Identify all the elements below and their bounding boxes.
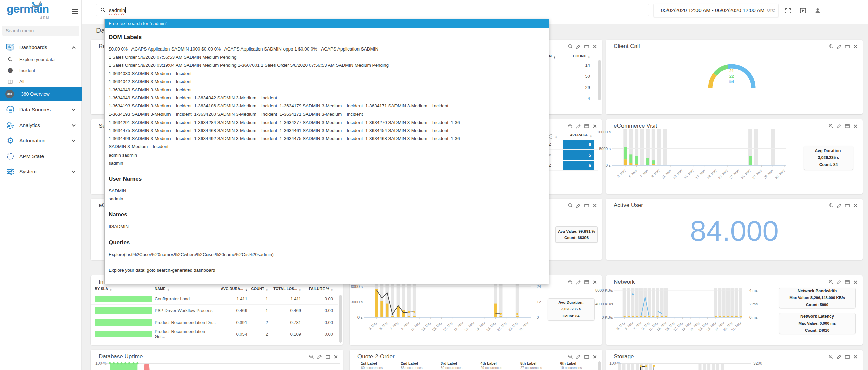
column-header[interactable]: BY SLA▲▼ xyxy=(91,286,155,291)
widget-edit-icon[interactable] xyxy=(317,354,322,359)
sidebar-item-system[interactable]: System xyxy=(0,165,82,178)
funnel-step[interactable]: 5th Label27 occurencesLabel xyxy=(520,361,558,370)
fullscreen-icon[interactable] xyxy=(784,7,791,14)
widget-close-icon[interactable] xyxy=(853,123,858,129)
widget-edit-icon[interactable] xyxy=(837,44,842,49)
dropdown-item[interactable]: IISADMIN xyxy=(104,223,549,231)
sidebar-item-360-overview[interactable]: 360 360 Overview xyxy=(0,87,82,101)
column-header[interactable]: AVG DURA...▲▼ xyxy=(216,286,247,291)
sidebar-item-apm-state[interactable]: APM State xyxy=(0,149,82,163)
dropdown-item[interactable]: sadmin xyxy=(104,195,549,203)
scrollbar[interactable] xyxy=(598,60,601,100)
widget-close-icon[interactable] xyxy=(853,203,858,208)
scrollbar[interactable] xyxy=(339,295,342,343)
widget-maximize-icon[interactable] xyxy=(845,123,850,129)
table-row[interactable]: PSP Driver Workflow Process0.46910.4690.… xyxy=(91,305,338,316)
widget-edit-icon[interactable] xyxy=(837,203,842,208)
table-row[interactable]: Product Recommendation Get...0.05420.109… xyxy=(91,328,338,340)
column-header[interactable]: TOTAL LOS...▲▼ xyxy=(268,286,301,291)
dropdown-item[interactable]: 1 Sales Order 5/6/2020 07:56:53 AM SADMI… xyxy=(104,53,549,61)
dropdown-item[interactable]: 1-3634499 SADMIN 3-Medium Incident 1-363… xyxy=(104,135,549,143)
dropdown-item[interactable]: admin sadmin xyxy=(104,151,549,159)
widget-zoom-icon[interactable] xyxy=(829,203,834,208)
widget-maximize-icon[interactable] xyxy=(845,203,850,208)
sidebar-item-dashboards[interactable]: Dashboards xyxy=(0,41,82,54)
search-input[interactable]: sadmin xyxy=(96,4,649,17)
widget-close-icon[interactable] xyxy=(592,44,597,49)
widget-zoom-icon[interactable] xyxy=(568,203,573,208)
dropdown-item[interactable]: sadmin xyxy=(104,159,549,167)
funnel-step[interactable]: 3rd Label30 occurencesWorld xyxy=(440,361,478,370)
widget-edit-icon[interactable] xyxy=(837,123,842,129)
dropdown-item[interactable]: 1-3634193 SADMIN 3-Medium Incident 1-363… xyxy=(104,110,549,118)
menu-search-input[interactable] xyxy=(2,26,80,36)
dropdown-item[interactable]: 1 Sales Order 5/8/2020 03:19:04 AM SADMI… xyxy=(104,61,549,69)
presentation-play-icon[interactable] xyxy=(800,7,806,14)
funnel-step[interactable]: 1st Label60 occurencesGotoView xyxy=(361,361,399,370)
dropdown-item[interactable]: 1-3634030 SADMIN 3-Medium Incident xyxy=(104,70,549,78)
funnel-step[interactable]: 2nd Label86 occurencesGotoView xyxy=(401,361,438,370)
date-range-picker[interactable]: 05/02/2020 12:00 AM - 06/02/2020 12:00 A… xyxy=(653,4,779,17)
free-text-search-option[interactable]: Free-text search for "sadmin". xyxy=(104,19,549,28)
sidebar-item-analytics[interactable]: Analytics xyxy=(0,118,82,132)
dropdown-item[interactable]: SADMIN 3-Medium Incident xyxy=(104,143,549,151)
widget-edit-icon[interactable] xyxy=(837,280,842,285)
dropdown-item[interactable]: Explore(List%2Cuser%20names%2Cwhere%2Cus… xyxy=(104,251,549,259)
widget-edit-icon[interactable] xyxy=(576,123,581,129)
widget-zoom-icon[interactable] xyxy=(568,280,573,285)
dropdown-item[interactable]: 1-3634049 SADMIN 3-Medium Incident 1-363… xyxy=(104,94,549,102)
funnel-step[interactable]: 6th Label19 occurencesLabel xyxy=(560,361,598,370)
widget-maximize-icon[interactable] xyxy=(584,354,589,359)
widget-zoom-icon[interactable] xyxy=(829,354,834,359)
widget-maximize-icon[interactable] xyxy=(584,123,589,129)
widget-maximize-icon[interactable] xyxy=(845,44,850,49)
dropdown-item[interactable]: $0.00 0% ACAPS Application SADMIN 1000 $… xyxy=(104,45,549,53)
scrollbar[interactable] xyxy=(598,361,601,370)
widget-maximize-icon[interactable] xyxy=(584,44,589,49)
widget-close-icon[interactable] xyxy=(853,280,858,285)
dropdown-item[interactable]: 1-3634193 SADMIN 3-Medium Incident 1-363… xyxy=(104,102,549,110)
widget-maximize-icon[interactable] xyxy=(325,354,330,359)
sidebar-item-explore-your-data[interactable]: Explore your data xyxy=(0,54,82,65)
widget-zoom-icon[interactable] xyxy=(568,44,573,49)
dropdown-item[interactable]: SADMIN xyxy=(104,187,549,195)
widget-zoom-icon[interactable] xyxy=(309,354,314,359)
widget-close-icon[interactable] xyxy=(592,203,597,208)
column-header[interactable]: FAILURE %▲▼ xyxy=(301,286,333,291)
hamburger-menu-icon[interactable] xyxy=(72,9,79,16)
widget-close-icon[interactable] xyxy=(333,354,338,359)
sidebar-item-incident[interactable]: ! Incident xyxy=(0,65,82,76)
dropdown-item[interactable]: 1-3634049 SADMIN 3-Medium Incident xyxy=(104,86,549,94)
widget-maximize-icon[interactable] xyxy=(584,203,589,208)
widget-close-icon[interactable] xyxy=(853,44,858,49)
dropdown-footer-link[interactable]: Explore your data: goto search-generated… xyxy=(104,265,549,276)
table-row[interactable]: Configurator Load1.41111.4110.00 xyxy=(91,293,338,305)
funnel-step[interactable]: 4th Label29 occurencesHello xyxy=(480,361,518,370)
widget-edit-icon[interactable] xyxy=(576,44,581,49)
widget-maximize-icon[interactable] xyxy=(584,280,589,285)
sidebar-item-all[interactable]: All xyxy=(0,76,82,87)
widget-zoom-icon[interactable] xyxy=(829,280,834,285)
dropdown-item[interactable]: 1-3634291 SADMIN 3-Medium Incident 1-363… xyxy=(104,118,549,126)
widget-zoom-icon[interactable] xyxy=(568,354,573,359)
dropdown-item[interactable]: 1-3634475 SADMIN 3-Medium Incident 1-363… xyxy=(104,126,549,135)
column-header[interactable]: COUNT▲▼ xyxy=(247,286,268,291)
dropdown-item[interactable]: 1-3634042 SADMIN 3-Medium Incident xyxy=(104,78,549,86)
widget-close-icon[interactable] xyxy=(592,123,597,129)
column-header[interactable]: NAME▲▼ xyxy=(155,286,216,291)
widget-zoom-icon[interactable] xyxy=(829,44,834,49)
widget-maximize-icon[interactable] xyxy=(845,280,850,285)
widget-close-icon[interactable] xyxy=(592,354,597,359)
widget-close-icon[interactable] xyxy=(853,354,858,359)
sidebar-item-automation[interactable]: ⚙ Automation xyxy=(0,134,82,147)
widget-maximize-icon[interactable] xyxy=(845,354,850,359)
sidebar-item-data-sources[interactable]: Data Sources xyxy=(0,103,82,116)
widget-edit-icon[interactable] xyxy=(576,203,581,208)
widget-close-icon[interactable] xyxy=(592,280,597,285)
widget-edit-icon[interactable] xyxy=(576,354,581,359)
widget-zoom-icon[interactable] xyxy=(829,123,834,129)
table-row[interactable]: Product Recommendation Dri...0.39120.781… xyxy=(91,316,338,328)
user-icon[interactable] xyxy=(814,7,821,14)
widget-zoom-icon[interactable] xyxy=(568,123,573,129)
widget-edit-icon[interactable] xyxy=(576,280,581,285)
